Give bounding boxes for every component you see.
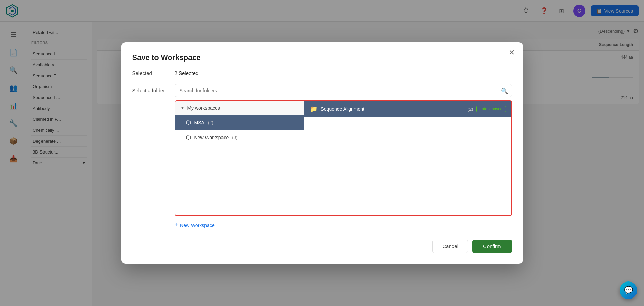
workspace-name-msa: MSA [194,120,204,125]
cancel-button[interactable]: Cancel [432,240,468,253]
folder-right-item-sequence-alignment[interactable]: 📁 Sequence Alignment (2) Latest saved [304,101,511,117]
selected-row: Selected 2 Selected [132,70,512,76]
workspace-hex-icon-new: ⬡ [186,134,191,141]
selected-value: 2 Selected [175,70,199,76]
workspace-item-new[interactable]: ⬡ New Workspace (0) [175,130,304,145]
save-workspace-modal: ✕ Save to Workspace Selected 2 Selected … [121,42,523,264]
new-workspace-label: New Workspace [180,223,215,228]
workspace-name-new: New Workspace [194,135,229,140]
folder-right-panel: 📁 Sequence Alignment (2) Latest saved [304,101,511,215]
latest-saved-badge: Latest saved [476,106,506,112]
selected-label: Selected [132,70,166,76]
folder-icon: 📁 [310,105,317,113]
select-folder-label: Select a folder [132,84,166,93]
folder-name-sequence-alignment: Sequence Alignment [321,106,464,112]
modal-title: Save to Workspace [132,53,512,62]
new-workspace-row[interactable]: + New Workspace [175,222,512,229]
modal-close-button[interactable]: ✕ [509,49,515,57]
workspace-count-msa: (2) [208,120,213,125]
workspace-hex-icon: ⬡ [186,119,191,126]
workspace-item-msa[interactable]: ⬡ MSA (2) [175,115,304,130]
folder-search-wrapper: 🔍 [175,84,512,98]
plus-icon: + [175,222,178,229]
floating-chat-button[interactable]: 💬 [620,281,637,299]
chat-icon: 💬 [624,286,633,295]
folder-section: 🔍 ▼ My workspaces ⬡ MSA [175,84,512,229]
my-workspaces-label: My workspaces [187,105,220,111]
arrow-down-icon: ▼ [181,106,185,110]
my-workspaces-header[interactable]: ▼ My workspaces [175,101,304,115]
folder-tree-container: ▼ My workspaces ⬡ MSA (2) ⬡ New Work [175,100,512,216]
modal-footer: Cancel Confirm [132,240,512,253]
folder-search-input[interactable] [175,84,512,97]
folder-count-sequence-alignment: (2) [468,107,473,112]
select-folder-row: Select a folder 🔍 ▼ My workspaces [132,84,512,229]
search-icon: 🔍 [501,88,508,94]
confirm-button[interactable]: Confirm [472,240,512,253]
modal-overlay: ✕ Save to Workspace Selected 2 Selected … [0,0,644,306]
workspace-count-new: (0) [232,135,237,140]
folder-left-panel: ▼ My workspaces ⬡ MSA (2) ⬡ New Work [175,101,304,215]
